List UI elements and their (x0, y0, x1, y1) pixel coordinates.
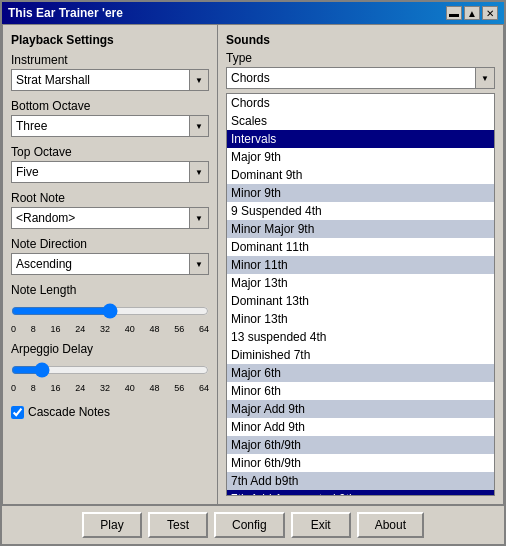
chord-item[interactable]: Major 9th (227, 148, 494, 166)
chord-item[interactable]: 13 suspended 4th (227, 328, 494, 346)
bottom-octave-label: Bottom Octave (11, 99, 209, 113)
chord-list-container[interactable]: ChordsScalesIntervalsMajor 9thDominant 9… (226, 93, 495, 496)
top-octave-select[interactable]: Two Three Four Five Six (11, 161, 209, 183)
bottom-octave-select-wrapper: One Two Three Four Five ▼ (11, 115, 209, 137)
instrument-group: Instrument Strat Marshall Piano Organ Fl… (11, 53, 209, 91)
note-direction-label: Note Direction (11, 237, 209, 251)
chord-item[interactable]: Minor 11th (227, 256, 494, 274)
note-length-slider[interactable] (11, 301, 209, 321)
note-length-label: Note Length (11, 283, 209, 297)
chord-item[interactable]: Major Add 9th (227, 400, 494, 418)
chord-item[interactable]: Intervals (227, 130, 494, 148)
title-buttons: ▬ ▲ ✕ (446, 6, 498, 20)
chord-item[interactable]: Major 6th (227, 364, 494, 382)
root-note-label: Root Note (11, 191, 209, 205)
about-button[interactable]: About (357, 512, 424, 538)
type-select[interactable]: Chords Scales Intervals (226, 67, 495, 89)
note-length-marks: 0 8 16 24 32 40 48 56 64 (11, 324, 209, 334)
root-note-select-wrapper: <Random> CC#D D#EF F#GG# AA#B ▼ (11, 207, 209, 229)
chord-item[interactable]: Minor 9th (227, 184, 494, 202)
chord-item[interactable]: Minor 6th/9th (227, 454, 494, 472)
chord-item[interactable]: 7th Add b9th (227, 472, 494, 490)
title-bar: This Ear Trainer 'ere ▬ ▲ ✕ (2, 2, 504, 24)
main-content: Playback Settings Instrument Strat Marsh… (2, 24, 504, 505)
chord-item[interactable]: Dominant 13th (227, 292, 494, 310)
type-select-wrapper: Chords Scales Intervals ▼ (226, 67, 495, 89)
minimize-button[interactable]: ▬ (446, 6, 462, 20)
play-button[interactable]: Play (82, 512, 142, 538)
instrument-select[interactable]: Strat Marshall Piano Organ Flute (11, 69, 209, 91)
test-button[interactable]: Test (148, 512, 208, 538)
chord-item[interactable]: Chords (227, 94, 494, 112)
arpeggio-delay-marks: 0 8 16 24 32 40 48 56 64 (11, 383, 209, 393)
instrument-select-wrapper: Strat Marshall Piano Organ Flute ▼ (11, 69, 209, 91)
main-window: This Ear Trainer 'ere ▬ ▲ ✕ Playback Set… (0, 0, 506, 546)
top-octave-label: Top Octave (11, 145, 209, 159)
chord-item[interactable]: Minor Add 9th (227, 418, 494, 436)
exit-button[interactable]: Exit (291, 512, 351, 538)
bottom-octave-group: Bottom Octave One Two Three Four Five ▼ (11, 99, 209, 137)
left-panel: Playback Settings Instrument Strat Marsh… (3, 25, 218, 504)
arpeggio-delay-slider[interactable] (11, 360, 209, 380)
bottom-bar: Play Test Config Exit About (2, 505, 504, 544)
window-title: This Ear Trainer 'ere (8, 6, 123, 20)
playback-settings-label: Playback Settings (11, 33, 209, 47)
chord-item[interactable]: Scales (227, 112, 494, 130)
note-length-section: Note Length 0 8 16 24 32 40 48 56 64 (11, 283, 209, 334)
arpeggio-delay-section: Arpeggio Delay 0 8 16 24 32 40 48 56 64 (11, 342, 209, 393)
cascade-notes-label: Cascade Notes (28, 405, 110, 419)
note-direction-select[interactable]: Ascending Descending Both (11, 253, 209, 275)
instrument-label: Instrument (11, 53, 209, 67)
chord-item[interactable]: Major 13th (227, 274, 494, 292)
chord-item[interactable]: 7th Add Augmented 9th (227, 490, 494, 496)
chord-list: ChordsScalesIntervalsMajor 9thDominant 9… (227, 94, 494, 496)
chord-item[interactable]: Dominant 11th (227, 238, 494, 256)
chord-item[interactable]: Diminished 7th (227, 346, 494, 364)
type-label: Type (226, 51, 495, 65)
top-octave-select-wrapper: Two Three Four Five Six ▼ (11, 161, 209, 183)
close-button[interactable]: ✕ (482, 6, 498, 20)
chord-item[interactable]: Minor Major 9th (227, 220, 494, 238)
chord-item[interactable]: Dominant 9th (227, 166, 494, 184)
sounds-label: Sounds (226, 33, 495, 47)
right-panel: Sounds Type Chords Scales Intervals ▼ Ch… (218, 25, 503, 504)
chord-item[interactable]: 9 Suspended 4th (227, 202, 494, 220)
chord-item[interactable]: Minor 6th (227, 382, 494, 400)
cascade-notes-row: Cascade Notes (11, 405, 209, 419)
maximize-button[interactable]: ▲ (464, 6, 480, 20)
config-button[interactable]: Config (214, 512, 285, 538)
note-direction-select-wrapper: Ascending Descending Both ▼ (11, 253, 209, 275)
root-note-group: Root Note <Random> CC#D D#EF F#GG# AA#B … (11, 191, 209, 229)
root-note-select[interactable]: <Random> CC#D D#EF F#GG# AA#B (11, 207, 209, 229)
top-octave-group: Top Octave Two Three Four Five Six ▼ (11, 145, 209, 183)
bottom-octave-select[interactable]: One Two Three Four Five (11, 115, 209, 137)
chord-item[interactable]: Minor 13th (227, 310, 494, 328)
chord-item[interactable]: Major 6th/9th (227, 436, 494, 454)
cascade-notes-checkbox[interactable] (11, 406, 24, 419)
arpeggio-delay-label: Arpeggio Delay (11, 342, 209, 356)
note-direction-group: Note Direction Ascending Descending Both… (11, 237, 209, 275)
